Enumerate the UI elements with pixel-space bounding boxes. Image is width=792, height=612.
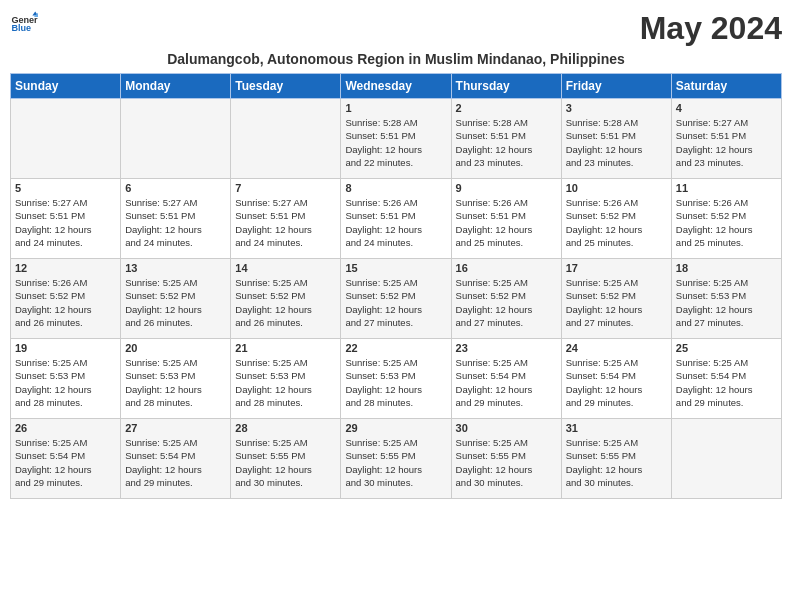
day-info: Sunrise: 5:27 AM Sunset: 5:51 PM Dayligh… [125, 196, 226, 249]
day-number: 19 [15, 342, 116, 354]
day-info: Sunrise: 5:28 AM Sunset: 5:51 PM Dayligh… [456, 116, 557, 169]
calendar-week-row: 26Sunrise: 5:25 AM Sunset: 5:54 PM Dayli… [11, 419, 782, 499]
day-info: Sunrise: 5:26 AM Sunset: 5:51 PM Dayligh… [456, 196, 557, 249]
header-sunday: Sunday [11, 74, 121, 99]
day-info: Sunrise: 5:26 AM Sunset: 5:51 PM Dayligh… [345, 196, 446, 249]
day-number: 31 [566, 422, 667, 434]
day-number: 24 [566, 342, 667, 354]
header-saturday: Saturday [671, 74, 781, 99]
logo: General Blue [10, 10, 38, 38]
calendar-cell: 15Sunrise: 5:25 AM Sunset: 5:52 PM Dayli… [341, 259, 451, 339]
day-number: 7 [235, 182, 336, 194]
month-title: May 2024 [640, 10, 782, 47]
calendar-cell: 4Sunrise: 5:27 AM Sunset: 5:51 PM Daylig… [671, 99, 781, 179]
calendar-cell: 11Sunrise: 5:26 AM Sunset: 5:52 PM Dayli… [671, 179, 781, 259]
day-info: Sunrise: 5:25 AM Sunset: 5:53 PM Dayligh… [345, 356, 446, 409]
calendar-cell: 28Sunrise: 5:25 AM Sunset: 5:55 PM Dayli… [231, 419, 341, 499]
calendar-cell: 8Sunrise: 5:26 AM Sunset: 5:51 PM Daylig… [341, 179, 451, 259]
calendar-cell: 21Sunrise: 5:25 AM Sunset: 5:53 PM Dayli… [231, 339, 341, 419]
calendar-cell: 19Sunrise: 5:25 AM Sunset: 5:53 PM Dayli… [11, 339, 121, 419]
day-number: 22 [345, 342, 446, 354]
day-number: 25 [676, 342, 777, 354]
day-number: 14 [235, 262, 336, 274]
day-number: 12 [15, 262, 116, 274]
day-number: 15 [345, 262, 446, 274]
day-info: Sunrise: 5:26 AM Sunset: 5:52 PM Dayligh… [15, 276, 116, 329]
calendar-cell: 12Sunrise: 5:26 AM Sunset: 5:52 PM Dayli… [11, 259, 121, 339]
day-number: 9 [456, 182, 557, 194]
calendar-cell: 24Sunrise: 5:25 AM Sunset: 5:54 PM Dayli… [561, 339, 671, 419]
day-info: Sunrise: 5:25 AM Sunset: 5:55 PM Dayligh… [456, 436, 557, 489]
day-info: Sunrise: 5:25 AM Sunset: 5:55 PM Dayligh… [566, 436, 667, 489]
calendar-cell: 25Sunrise: 5:25 AM Sunset: 5:54 PM Dayli… [671, 339, 781, 419]
day-info: Sunrise: 5:25 AM Sunset: 5:54 PM Dayligh… [566, 356, 667, 409]
calendar-cell: 10Sunrise: 5:26 AM Sunset: 5:52 PM Dayli… [561, 179, 671, 259]
calendar-cell: 29Sunrise: 5:25 AM Sunset: 5:55 PM Dayli… [341, 419, 451, 499]
calendar-cell [121, 99, 231, 179]
day-number: 11 [676, 182, 777, 194]
day-info: Sunrise: 5:25 AM Sunset: 5:55 PM Dayligh… [235, 436, 336, 489]
calendar-cell: 16Sunrise: 5:25 AM Sunset: 5:52 PM Dayli… [451, 259, 561, 339]
day-number: 29 [345, 422, 446, 434]
day-number: 27 [125, 422, 226, 434]
day-info: Sunrise: 5:25 AM Sunset: 5:55 PM Dayligh… [345, 436, 446, 489]
day-number: 28 [235, 422, 336, 434]
day-info: Sunrise: 5:25 AM Sunset: 5:54 PM Dayligh… [15, 436, 116, 489]
day-number: 23 [456, 342, 557, 354]
calendar-body: 1Sunrise: 5:28 AM Sunset: 5:51 PM Daylig… [11, 99, 782, 499]
calendar-cell: 13Sunrise: 5:25 AM Sunset: 5:52 PM Dayli… [121, 259, 231, 339]
header-wednesday: Wednesday [341, 74, 451, 99]
calendar-cell [671, 419, 781, 499]
calendar-cell: 5Sunrise: 5:27 AM Sunset: 5:51 PM Daylig… [11, 179, 121, 259]
calendar-cell [11, 99, 121, 179]
day-number: 21 [235, 342, 336, 354]
logo-icon: General Blue [10, 10, 38, 38]
calendar-cell: 17Sunrise: 5:25 AM Sunset: 5:52 PM Dayli… [561, 259, 671, 339]
day-number: 17 [566, 262, 667, 274]
day-info: Sunrise: 5:25 AM Sunset: 5:52 PM Dayligh… [235, 276, 336, 329]
calendar-cell: 22Sunrise: 5:25 AM Sunset: 5:53 PM Dayli… [341, 339, 451, 419]
calendar-cell [231, 99, 341, 179]
day-info: Sunrise: 5:25 AM Sunset: 5:53 PM Dayligh… [125, 356, 226, 409]
day-info: Sunrise: 5:25 AM Sunset: 5:52 PM Dayligh… [456, 276, 557, 329]
calendar-week-row: 12Sunrise: 5:26 AM Sunset: 5:52 PM Dayli… [11, 259, 782, 339]
calendar-cell: 31Sunrise: 5:25 AM Sunset: 5:55 PM Dayli… [561, 419, 671, 499]
day-info: Sunrise: 5:25 AM Sunset: 5:54 PM Dayligh… [456, 356, 557, 409]
day-info: Sunrise: 5:27 AM Sunset: 5:51 PM Dayligh… [676, 116, 777, 169]
calendar-cell: 14Sunrise: 5:25 AM Sunset: 5:52 PM Dayli… [231, 259, 341, 339]
day-number: 4 [676, 102, 777, 114]
day-number: 20 [125, 342, 226, 354]
day-info: Sunrise: 5:27 AM Sunset: 5:51 PM Dayligh… [235, 196, 336, 249]
calendar-cell: 6Sunrise: 5:27 AM Sunset: 5:51 PM Daylig… [121, 179, 231, 259]
calendar-cell: 26Sunrise: 5:25 AM Sunset: 5:54 PM Dayli… [11, 419, 121, 499]
day-info: Sunrise: 5:25 AM Sunset: 5:53 PM Dayligh… [15, 356, 116, 409]
day-info: Sunrise: 5:26 AM Sunset: 5:52 PM Dayligh… [676, 196, 777, 249]
day-info: Sunrise: 5:28 AM Sunset: 5:51 PM Dayligh… [345, 116, 446, 169]
day-info: Sunrise: 5:25 AM Sunset: 5:54 PM Dayligh… [676, 356, 777, 409]
day-number: 30 [456, 422, 557, 434]
day-number: 3 [566, 102, 667, 114]
calendar-table: SundayMondayTuesdayWednesdayThursdayFrid… [10, 73, 782, 499]
page-header: General Blue May 2024 [10, 10, 782, 47]
calendar-week-row: 19Sunrise: 5:25 AM Sunset: 5:53 PM Dayli… [11, 339, 782, 419]
day-number: 6 [125, 182, 226, 194]
calendar-cell: 1Sunrise: 5:28 AM Sunset: 5:51 PM Daylig… [341, 99, 451, 179]
header-friday: Friday [561, 74, 671, 99]
calendar-cell: 9Sunrise: 5:26 AM Sunset: 5:51 PM Daylig… [451, 179, 561, 259]
day-info: Sunrise: 5:25 AM Sunset: 5:54 PM Dayligh… [125, 436, 226, 489]
day-number: 13 [125, 262, 226, 274]
day-info: Sunrise: 5:25 AM Sunset: 5:52 PM Dayligh… [125, 276, 226, 329]
day-number: 2 [456, 102, 557, 114]
day-info: Sunrise: 5:27 AM Sunset: 5:51 PM Dayligh… [15, 196, 116, 249]
day-number: 1 [345, 102, 446, 114]
day-number: 16 [456, 262, 557, 274]
header-monday: Monday [121, 74, 231, 99]
header-thursday: Thursday [451, 74, 561, 99]
day-info: Sunrise: 5:28 AM Sunset: 5:51 PM Dayligh… [566, 116, 667, 169]
day-number: 8 [345, 182, 446, 194]
calendar-week-row: 1Sunrise: 5:28 AM Sunset: 5:51 PM Daylig… [11, 99, 782, 179]
calendar-cell: 18Sunrise: 5:25 AM Sunset: 5:53 PM Dayli… [671, 259, 781, 339]
day-number: 10 [566, 182, 667, 194]
calendar-week-row: 5Sunrise: 5:27 AM Sunset: 5:51 PM Daylig… [11, 179, 782, 259]
calendar-header-row: SundayMondayTuesdayWednesdayThursdayFrid… [11, 74, 782, 99]
